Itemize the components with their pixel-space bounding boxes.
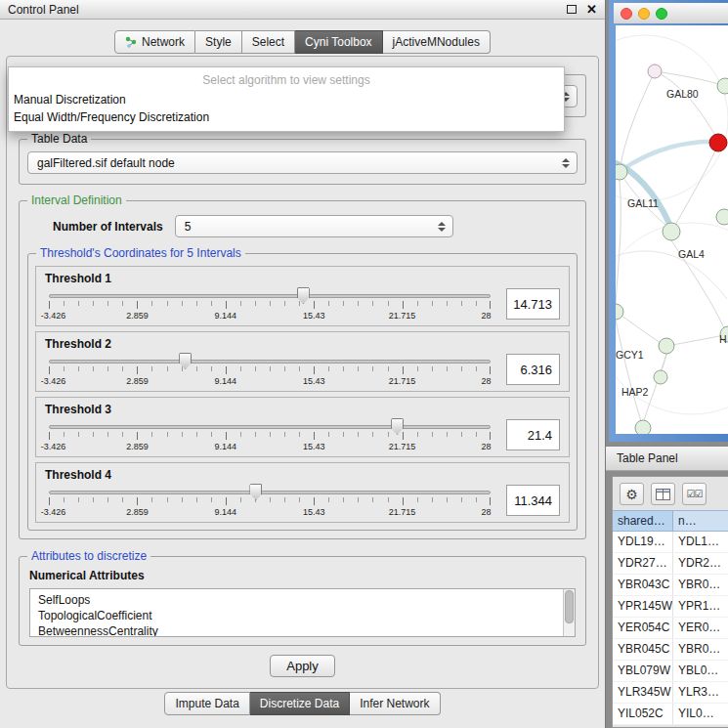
- top-tab-bar: Network Style Select Cyni Toolbox jActiv…: [0, 30, 605, 54]
- table-data-group: Table Data galFiltered.sif default node: [19, 139, 586, 185]
- table-row[interactable]: YDR27… YDR2…: [613, 553, 728, 575]
- slider-tick-labels: -3.4262.8599.14415.4321.71528: [49, 376, 491, 388]
- table-header-row: shared… n…: [613, 511, 728, 532]
- float-window-icon[interactable]: [567, 5, 577, 14]
- slider-track[interactable]: [49, 491, 491, 494]
- network-node[interactable]: [659, 338, 674, 354]
- scrollbar-thumb[interactable]: [565, 590, 574, 623]
- algorithm-dropdown-popup: Select algorithm to view settings Manual…: [8, 66, 565, 132]
- table-data-label: Table Data: [27, 132, 91, 146]
- dropdown-option-manual-discretization[interactable]: Manual Discretization: [9, 91, 564, 108]
- table-body: YDL19… YDL1… YDR27… YDR2… YBR043C YBR0… …: [613, 532, 728, 725]
- list-item[interactable]: SelfLoops: [38, 592, 561, 608]
- dropdown-placeholder: Select algorithm to view settings: [9, 70, 564, 91]
- stepper-icon: [438, 222, 446, 232]
- threshold-label: Threshold 1: [45, 272, 560, 285]
- table-row[interactable]: YBR045C YBR0…: [613, 639, 728, 661]
- threshold-slider[interactable]: -3.4262.8599.14415.4321.71528: [49, 353, 491, 389]
- tab-style[interactable]: Style: [195, 30, 242, 54]
- numerical-attributes-list[interactable]: SelfLoopsTopologicalCoefficientBetweenne…: [29, 588, 576, 637]
- network-edge-highlighted[interactable]: [621, 142, 714, 170]
- network-node[interactable]: [616, 304, 623, 320]
- attributes-group: Attributes to discretize Numerical Attri…: [19, 556, 586, 646]
- threshold-value-field[interactable]: 6.316: [506, 354, 560, 385]
- threshold-label: Threshold 4: [45, 468, 560, 482]
- column-header-shared-name[interactable]: shared…: [613, 511, 673, 531]
- threshold-panel-4: Threshold 4 -3.4262.8599.14415.4321.7152…: [35, 462, 570, 523]
- show-columns-button[interactable]: [651, 483, 675, 505]
- tab-network[interactable]: Network: [114, 30, 195, 54]
- threshold-value-field[interactable]: 11.344: [506, 485, 560, 516]
- list-item[interactable]: BetweennessCentrality: [38, 623, 561, 637]
- table-row[interactable]: YER054C YER0…: [613, 618, 728, 639]
- minimize-icon[interactable]: [638, 8, 650, 20]
- table-data-combobox[interactable]: galFiltered.sif default node: [27, 151, 578, 174]
- attributes-group-label: Attributes to discretize: [27, 549, 150, 563]
- table-row[interactable]: YPR145W YPR1…: [613, 596, 728, 618]
- close-icon[interactable]: [621, 8, 632, 20]
- network-node[interactable]: [616, 164, 627, 180]
- network-node[interactable]: [663, 223, 680, 240]
- table-panel-title: Table Panel: [617, 451, 678, 465]
- zoom-icon[interactable]: [656, 8, 667, 20]
- threshold-value-field[interactable]: 21.4: [506, 419, 560, 450]
- tab-select[interactable]: Select: [242, 30, 295, 54]
- apply-button[interactable]: Apply: [270, 655, 335, 677]
- node-label: H: [719, 333, 727, 345]
- threshold-panel-1: Threshold 1 -3.4262.8599.14415.4321.7152…: [35, 266, 570, 326]
- network-node[interactable]: [648, 64, 662, 78]
- list-item[interactable]: TopologicalCoefficient: [38, 608, 561, 623]
- node-label: HAP2: [621, 386, 649, 398]
- network-edges: [616, 71, 725, 421]
- table-row[interactable]: YBL079W YBL0…: [613, 661, 728, 682]
- threshold-label: Threshold 3: [45, 403, 560, 416]
- thresholds-group-label: Threshold's Coordinates for 5 Intervals: [36, 246, 245, 260]
- bottom-tab-bar: Impute Data Discretize Data Infer Networ…: [0, 692, 605, 715]
- table-panel-titlebar[interactable]: Table Panel: [606, 446, 728, 471]
- table-row[interactable]: YIL052C YIL0…: [613, 704, 728, 725]
- network-view-window: GAL80 GAL11 GAL4 GCY1 HAP2 H: [609, 0, 728, 442]
- table-row[interactable]: YLR345W YLR3…: [613, 682, 728, 704]
- network-icon: [125, 36, 137, 48]
- stepper-icon: [562, 158, 570, 168]
- network-node-selected[interactable]: [709, 134, 727, 151]
- network-canvas[interactable]: GAL80 GAL11 GAL4 GCY1 HAP2 H: [616, 25, 728, 434]
- network-window-titlebar[interactable]: [614, 3, 728, 23]
- table-row[interactable]: YDL19… YDL1…: [613, 532, 728, 553]
- tab-discretize-data[interactable]: Discretize Data: [250, 692, 350, 715]
- column-header-name[interactable]: n…: [673, 511, 728, 531]
- table-row[interactable]: YBR043C YBR0…: [613, 575, 728, 596]
- number-of-intervals-combobox[interactable]: 5: [175, 215, 453, 237]
- node-label: GAL4: [678, 248, 705, 260]
- threshold-panel-2: Threshold 2 -3.4262.8599.14415.4321.7152…: [35, 331, 570, 392]
- network-graph: GAL80 GAL11 GAL4 GCY1 HAP2 H: [616, 25, 728, 434]
- interval-definition-label: Interval Definition: [27, 193, 126, 207]
- tab-cyni-toolbox[interactable]: Cyni Toolbox: [295, 30, 382, 54]
- network-node[interactable]: [717, 78, 728, 94]
- network-node[interactable]: [716, 209, 728, 225]
- tab-jactivemnodules[interactable]: jActiveMNodules: [383, 30, 491, 54]
- columns-icon: [656, 489, 670, 500]
- control-panel-titlebar[interactable]: Control Panel ✕: [0, 0, 605, 20]
- slider-major-ticks: [49, 366, 491, 374]
- list-scrollbar[interactable]: [563, 589, 575, 636]
- node-label: GAL80: [666, 88, 699, 100]
- slider-track[interactable]: [49, 425, 491, 429]
- slider-track[interactable]: [49, 360, 491, 364]
- network-node[interactable]: [654, 370, 667, 384]
- table-panel-window: ⚙ ☑☑ shared… n… YDL19… YDL1… YDR27…: [612, 476, 728, 728]
- threshold-slider[interactable]: -3.4262.8599.14415.4321.71528: [49, 287, 491, 323]
- close-icon[interactable]: ✕: [586, 3, 597, 16]
- threshold-value-field[interactable]: 14.713: [506, 288, 560, 320]
- slider-tick-labels: -3.4262.8599.14415.4321.71528: [49, 311, 491, 322]
- threshold-slider[interactable]: -3.4262.8599.14415.4321.71528: [49, 418, 491, 454]
- slider-track[interactable]: [49, 294, 491, 298]
- tab-infer-network[interactable]: Infer Network: [350, 692, 440, 715]
- dropdown-option-equal-width[interactable]: Equal Width/Frequency Discretization: [9, 108, 564, 126]
- table-settings-button[interactable]: ⚙: [620, 483, 644, 505]
- tab-impute-data[interactable]: Impute Data: [164, 692, 249, 715]
- network-node[interactable]: [635, 420, 651, 434]
- number-of-intervals-label: Number of Intervals: [53, 220, 163, 234]
- select-columns-button[interactable]: ☑☑: [682, 483, 707, 505]
- threshold-slider[interactable]: -3.4262.8599.14415.4321.71528: [49, 484, 491, 520]
